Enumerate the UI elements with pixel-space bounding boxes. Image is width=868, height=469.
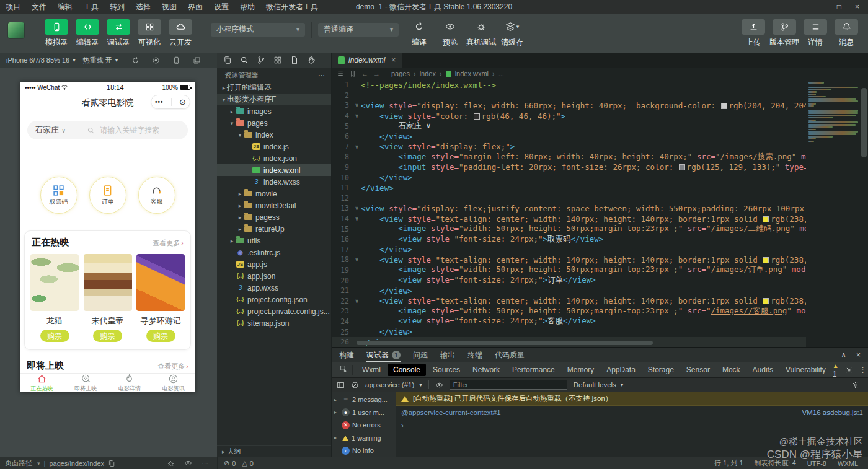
outline-section[interactable]: ▸ 大纲 [217,445,331,457]
breadcrumb[interactable]: pages›index›index.wxml›... [391,70,504,77]
tree-item-retureUp[interactable]: ▸retureUp [217,223,331,235]
code-line[interactable]: 8 <image style="margin-left: 80rpx; widt… [332,152,806,162]
code-line[interactable]: 12 [332,193,806,204]
code-line[interactable]: 16 <view style="font-size: 24rpx;">取票码</… [332,234,806,245]
code-line[interactable]: 3∨<view style="display: flex; width: 660… [332,100,806,111]
horizontal-scrollbar[interactable] [356,341,653,345]
code-line[interactable]: 21 </view> [332,286,806,296]
breadcrumb-item[interactable]: index.wxml [446,70,489,77]
code-line[interactable]: 20 <view style="font-size: 24rpx;">订单</v… [332,275,806,286]
debugger-tab-代码质量[interactable]: 代码质量 [495,348,525,362]
code-line[interactable]: 6 </view> [332,131,806,142]
tree-item-index.js[interactable]: JSindex.js [217,141,331,152]
code-line[interactable]: 17 </view> [332,245,806,255]
devtools-tab-vulnerability[interactable]: Vulnerability [780,364,831,376]
user-avatar[interactable] [7,22,25,39]
code-line[interactable]: 19 <image style="width: 50rpx; height: 5… [332,265,806,276]
multi-window-icon[interactable] [193,56,201,64]
movie-poster[interactable] [30,254,79,311]
page-path-label[interactable]: 页面路径 [5,458,32,468]
vertical-scrollbar[interactable] [861,88,867,157]
code-line[interactable]: 11</view> [332,183,806,193]
menu-item[interactable]: 文件 [26,0,52,14]
explorer-menu-button[interactable]: ··· [318,71,325,79]
menu-item[interactable]: 工具 [78,0,104,14]
capsule-menu[interactable]: ••• ⊙ [151,95,190,109]
toolbar-right-branch[interactable]: 版本管理 [769,19,800,48]
tree-item-utils[interactable]: ▸utils [217,235,331,247]
tree-item-project.private.config.js...[interactable]: {..}project.private.config.js... [217,305,331,317]
tree-item-.eslintrc.js[interactable]: ◉.eslintrc.js [217,247,331,258]
devtools-tab-storage[interactable]: Storage [642,364,680,376]
log-context-link[interactable]: @appservice-current-context#1 [401,409,501,416]
tree-item-app.json[interactable]: {..}app.json [217,270,331,282]
mode-dropdown[interactable]: 小程序模式▾ [211,23,305,37]
tree-item-index.wxss[interactable]: 3index.wxss [217,176,331,188]
menu-item[interactable]: 项目 [0,0,26,14]
console-settings-icon[interactable] [851,381,863,389]
maximize-button[interactable]: □ [837,2,841,11]
quick-action-headset[interactable]: 客服 [138,177,175,214]
record-icon[interactable] [152,56,160,64]
breadcrumb-item[interactable]: pages [391,70,410,77]
forward-icon[interactable]: → [373,70,380,77]
code-line[interactable]: 18∨ <view style="text-align: center; wid… [332,255,806,265]
devtools-tab-console[interactable]: Console [388,364,426,376]
movie-poster[interactable] [84,254,132,311]
console-filter-warn[interactable]: ▸1 warning [332,432,396,445]
debugger-tab-输出[interactable]: 输出 [440,348,455,362]
console-filter-info[interactable]: iNo info [332,444,396,457]
menu-item[interactable]: 帮助 [234,0,260,14]
fold-icon[interactable]: ∨ [353,144,361,150]
more-menu-icon[interactable]: ••• [155,99,164,105]
code-line[interactable]: 14∨ <view style="text-align: center; wid… [332,214,806,224]
toolbar-button-cloud[interactable]: 云开发 [165,19,196,48]
debugger-tab-问题[interactable]: 问题 [413,348,428,362]
console-filter-user[interactable]: ▸●1 user m... [332,406,396,419]
console-prompt[interactable]: › [396,419,868,432]
file-view-icon[interactable] [290,56,299,64]
toolbar-action-refresh[interactable]: 编译 [404,19,435,48]
code-line[interactable]: 5 石家庄 ∨ [332,121,806,131]
log-source-link[interactable]: VM16 asdebug.js:1 [802,409,863,416]
problems-summary[interactable]: ⊘ 0 △ 0 [217,457,332,469]
more-options-icon[interactable]: ⋮ [859,366,867,374]
devtools-tab-sensor[interactable]: Sensor [681,364,715,376]
menu-item[interactable]: 转到 [104,0,130,14]
tree-item-project.config.json[interactable]: {..}project.config.json [217,294,331,305]
toolbar-right-list[interactable]: 详情 [800,19,831,48]
device-selector[interactable]: iPhone 6/7/8 85% 16▾ [4,56,78,64]
see-more-link-coming[interactable]: 查看更多› [157,362,188,371]
copy-path-icon[interactable] [108,460,115,467]
devtools-tab-audits[interactable]: Audits [747,364,779,376]
compile-mode-dropdown[interactable]: 普通编译▾ [318,23,399,37]
code-line[interactable]: 9 <input style="padding-left: 20rpx; fon… [332,162,806,173]
code-line[interactable]: 25 </view> [332,327,806,337]
toolbar-action-layers[interactable]: ▾清缓存 [497,19,528,48]
city-selector[interactable]: 石家庄 [35,125,59,136]
toolbar-button-phone[interactable]: 模拟器 [41,19,72,48]
code-line[interactable]: 1<!--pages/index/index.wxml--> [332,80,806,90]
code-line[interactable]: 22∨ <view style="text-align: center; wid… [332,296,806,306]
close-tab-icon[interactable]: × [391,56,396,64]
debugger-tab-调试器[interactable]: 调试器1 [366,348,401,362]
buy-ticket-button[interactable]: 购票 [146,330,175,342]
preview-status-icon[interactable] [184,459,192,467]
menu-item[interactable]: 编辑 [52,0,78,14]
menu-item[interactable]: 选择 [130,0,156,14]
console-warning-row[interactable]: [自动热重载] 已开启代码文件保存后自动热重载（不支持 json） [396,392,868,406]
devtools-tab-performance[interactable]: Performance [507,364,560,376]
code-line[interactable]: 24 <view style="font-size: 24rpx;">客服</v… [332,317,806,327]
toolbar-right-bell[interactable]: 消息 [831,19,862,48]
tree-item-index.json[interactable]: {..}index.json [217,152,331,164]
quick-action-doc[interactable]: 订单 [89,177,126,214]
tree-item-index[interactable]: ▾index [217,129,331,141]
phone-tab-reel[interactable]: 即将上映 [64,374,108,392]
toggle-sidebar-icon[interactable] [337,381,345,389]
console-filter-input[interactable] [450,380,567,390]
fold-icon[interactable]: ∨ [353,102,361,108]
extensions-view-icon[interactable] [273,56,282,64]
explorer-view-icon[interactable] [223,56,232,64]
debug-status-icon[interactable] [167,459,175,467]
inspect-element-icon[interactable] [340,365,348,373]
